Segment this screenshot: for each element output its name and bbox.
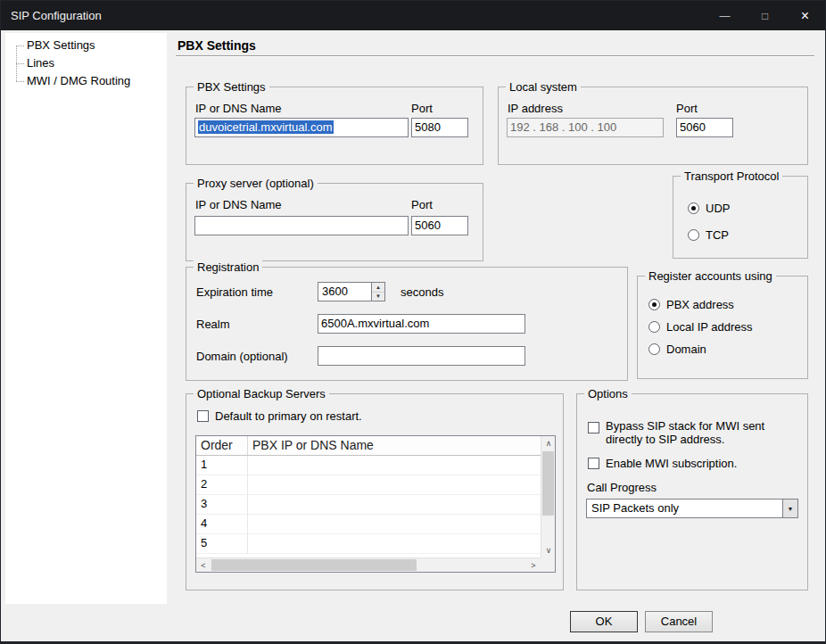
radio-udp[interactable]: UDP bbox=[688, 202, 730, 214]
group-registration: Registration Expiration time 3600 ▲ ▼ se… bbox=[186, 267, 628, 381]
enable-mwi-checkbox[interactable]: Enable MWI subscription. bbox=[588, 457, 737, 470]
radio-button bbox=[648, 321, 660, 333]
expiration-spinner[interactable]: 3600 ▲ ▼ bbox=[318, 282, 385, 301]
checkbox-label: Enable MWI subscription. bbox=[606, 457, 737, 470]
dropdown-value: SIP Packets only bbox=[591, 500, 679, 517]
scroll-right-button[interactable]: > bbox=[526, 558, 541, 573]
call-progress-dropdown[interactable]: SIP Packets only ▼ bbox=[586, 499, 798, 518]
scroll-down-icon: ∨ bbox=[546, 546, 552, 555]
pbx-port-input[interactable]: 5080 bbox=[411, 118, 468, 137]
table-row[interactable]: 4 bbox=[196, 515, 541, 534]
call-progress-label: Call Progress bbox=[587, 481, 657, 494]
scroll-right-icon: > bbox=[531, 561, 535, 570]
minimize-button[interactable]: — bbox=[705, 1, 745, 30]
radio-label: Domain bbox=[666, 343, 706, 356]
seconds-label: seconds bbox=[401, 285, 443, 299]
scroll-left-button[interactable]: < bbox=[196, 558, 211, 573]
scroll-up-icon: ∧ bbox=[546, 439, 552, 448]
default-primary-checkbox[interactable]: Default to primary on restart. bbox=[197, 409, 362, 423]
checkbox-label: Bypass SIP stack for MWI sent directly t… bbox=[606, 419, 777, 446]
dropdown-button[interactable]: ▼ bbox=[782, 500, 797, 517]
close-button[interactable]: × bbox=[785, 1, 825, 30]
radio-domain[interactable]: Domain bbox=[648, 343, 706, 355]
ip-dns-label: IP or DNS Name bbox=[195, 198, 282, 211]
cell-order: 1 bbox=[196, 456, 248, 475]
group-pbx-settings: PBX Settings IP or DNS Name Port duvoice… bbox=[186, 87, 483, 165]
ip-address-label: IP address bbox=[508, 102, 563, 115]
tree-item-mwi-dmg-routing[interactable]: MWI / DMG Routing bbox=[5, 72, 167, 90]
tree-branch-icon bbox=[16, 81, 24, 82]
radio-local-ip-address[interactable]: Local IP address bbox=[648, 320, 753, 333]
proxy-port-input[interactable]: 5060 bbox=[411, 216, 468, 235]
tree-branch-icon bbox=[16, 45, 24, 46]
window-title: SIP Configuration bbox=[11, 9, 102, 22]
checkbox-box bbox=[588, 458, 599, 469]
local-port-input[interactable]: 5060 bbox=[676, 118, 733, 137]
vertical-scrollbar[interactable]: ∧ ∨ bbox=[541, 436, 555, 557]
cell-name bbox=[248, 515, 541, 534]
tree-item-label: MWI / DMG Routing bbox=[27, 74, 130, 87]
group-options: Options Bypass SIP stack for MWI sent di… bbox=[576, 393, 808, 590]
local-ip-address-field: 192 . 168 . 100 . 100 bbox=[507, 118, 664, 137]
spinner-buttons: ▲ ▼ bbox=[371, 283, 384, 301]
scrollbar-corner bbox=[541, 557, 555, 572]
sip-configuration-window: SIP Configuration — □ × PBX Settings Lin… bbox=[0, 0, 826, 644]
selected-text: duvoicetrial.mxvirtual.com bbox=[198, 120, 334, 134]
radio-button bbox=[648, 299, 660, 310]
ip-dns-label: IP or DNS Name bbox=[195, 102, 282, 115]
horizontal-scroll-thumb[interactable] bbox=[211, 559, 417, 571]
table-row[interactable]: 5 bbox=[196, 534, 541, 554]
table-header: Order PBX IP or DNS Name bbox=[196, 436, 541, 456]
cell-name bbox=[248, 534, 541, 554]
cancel-button[interactable]: Cancel bbox=[645, 611, 713, 632]
tree-branch-icon bbox=[16, 63, 24, 64]
backup-table: Order PBX IP or DNS Name 1 2 3 4 5 bbox=[195, 435, 556, 573]
radio-pbx-address[interactable]: PBX address bbox=[648, 298, 734, 310]
spinner-up-button[interactable]: ▲ bbox=[372, 283, 384, 293]
cell-name bbox=[248, 475, 541, 495]
minimize-icon: — bbox=[720, 10, 731, 22]
group-legend: Transport Protocol bbox=[681, 169, 782, 183]
tree-item-lines[interactable]: Lines bbox=[5, 54, 167, 72]
spinner-down-button[interactable]: ▼ bbox=[372, 293, 384, 301]
page-title: PBX Settings bbox=[176, 38, 814, 56]
group-legend: Register accounts using bbox=[645, 269, 776, 283]
titlebar[interactable]: SIP Configuration — □ × bbox=[1, 1, 825, 30]
horizontal-scrollbar[interactable]: < > bbox=[196, 557, 541, 572]
cell-order: 5 bbox=[196, 534, 248, 554]
ok-button[interactable]: OK bbox=[570, 611, 638, 632]
radio-button bbox=[688, 229, 699, 241]
tree-item-pbx-settings[interactable]: PBX Settings bbox=[5, 37, 167, 54]
column-header-order[interactable]: Order bbox=[196, 436, 248, 455]
bypass-mwi-checkbox[interactable]: Bypass SIP stack for MWI sent directly t… bbox=[588, 419, 786, 446]
scroll-down-button[interactable]: ∨ bbox=[541, 543, 556, 557]
column-header-name[interactable]: PBX IP or DNS Name bbox=[248, 436, 541, 455]
domain-input[interactable] bbox=[318, 346, 525, 366]
close-icon: × bbox=[801, 8, 809, 24]
realm-input[interactable]: 6500A.mxvirtual.com bbox=[318, 314, 525, 334]
table-row[interactable]: 3 bbox=[196, 495, 541, 515]
spinner-down-icon: ▼ bbox=[376, 293, 381, 299]
proxy-ip-dns-input[interactable] bbox=[194, 216, 409, 235]
table-row[interactable]: 1 bbox=[196, 456, 541, 475]
spinner-up-icon: ▲ bbox=[376, 285, 381, 290]
maximize-button[interactable]: □ bbox=[745, 1, 785, 30]
group-register-accounts: Register accounts using PBX address Loca… bbox=[637, 276, 808, 379]
cell-order: 3 bbox=[196, 495, 248, 515]
port-label: Port bbox=[676, 102, 698, 115]
group-backup-servers: Optional Backup Servers Default to prima… bbox=[186, 393, 564, 590]
radio-label: Local IP address bbox=[666, 320, 753, 334]
scroll-up-button[interactable]: ∧ bbox=[541, 436, 556, 450]
table-row[interactable]: 2 bbox=[196, 475, 541, 495]
vertical-scroll-thumb[interactable] bbox=[542, 451, 554, 516]
tree-item-label: PBX Settings bbox=[27, 38, 95, 52]
group-legend: Proxy server (optional) bbox=[194, 177, 318, 190]
radio-tcp[interactable]: TCP bbox=[688, 228, 729, 241]
group-local-system: Local system IP address Port 192 . 168 .… bbox=[498, 87, 808, 165]
realm-label: Realm bbox=[196, 318, 230, 331]
domain-label: Domain (optional) bbox=[196, 350, 288, 363]
checkbox-box bbox=[197, 410, 209, 422]
cell-order: 2 bbox=[196, 475, 248, 495]
pbx-ip-dns-input[interactable]: duvoicetrial.mxvirtual.com bbox=[194, 118, 409, 137]
radio-label: UDP bbox=[706, 202, 730, 215]
